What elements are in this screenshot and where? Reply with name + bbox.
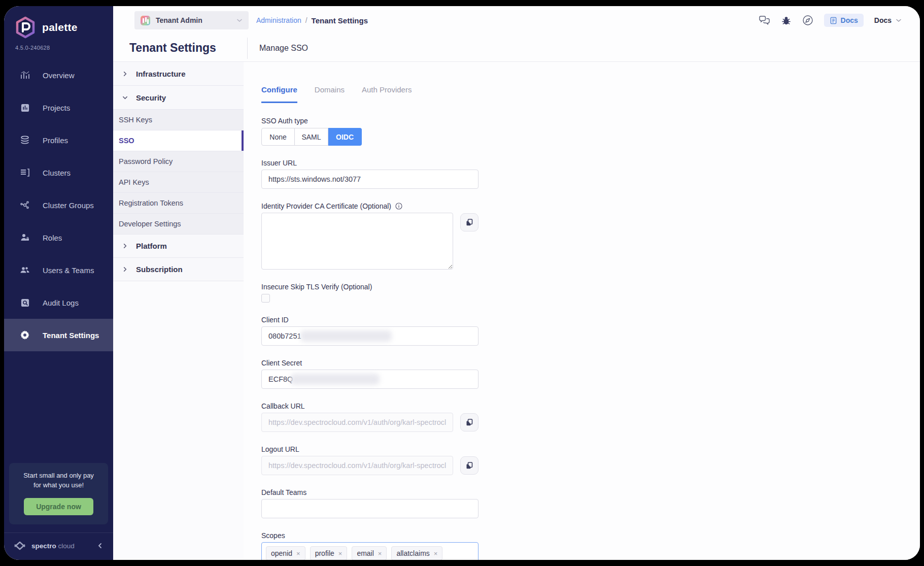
tenant-scope-selector[interactable]: Tenant Admin [134,11,249,29]
main-column: Tenant Admin Administration / Tenant Set… [113,6,920,560]
sidebar-item-label: Overview [43,71,75,80]
client-secret-label: Client Secret [261,359,478,367]
auth-type-oidc-button[interactable]: OIDC [328,128,362,146]
scopes-label: Scopes [261,531,478,540]
chat-feedback-icon[interactable] [759,15,770,26]
redacted-overlay [300,330,392,342]
auth-type-none-button[interactable]: None [261,128,295,146]
spectro-cloud-logo-icon [13,540,26,552]
page-subtitle: Manage SSO [259,44,308,53]
skip-tls-checkbox[interactable] [261,294,270,303]
upsell-card: Start small and only pay for what you us… [9,463,108,524]
page-title: Tenant Settings [129,41,247,55]
callback-url-group: Callback URL [261,402,478,432]
sso-form-area: Configure Domains Auth Providers SSO Aut… [244,62,920,560]
docs-dropdown-label: Docs [874,16,892,24]
subnav-section-platform[interactable]: Platform [113,235,244,258]
sso-auth-type-segmented-control: None SAML OIDC [261,128,362,146]
subnav-section-infrastructure[interactable]: Infrastructure [113,62,244,86]
subnav-item-label: SSH Keys [119,116,152,124]
sidebar-item-label: Profiles [43,136,68,145]
active-indicator-bar [242,130,244,151]
feedback-pen-icon[interactable] [802,15,813,26]
breadcrumb-administration-link[interactable]: Administration [256,16,301,24]
logout-url-label: Logout URL [261,445,478,453]
chevron-right-icon [122,267,128,272]
subnav-item-sso[interactable]: SSO [113,130,244,151]
sidebar-item-roles[interactable]: Roles [4,221,113,254]
subnav-item-ssh-keys[interactable]: SSH Keys [113,110,244,130]
default-teams-input[interactable] [261,499,478,518]
auth-type-saml-button[interactable]: SAML [295,128,328,146]
remove-tag-icon[interactable]: × [338,550,343,557]
sidebar-item-overview[interactable]: Overview [4,59,113,91]
header-divider [247,38,248,59]
subnav-section-security[interactable]: Security [113,86,244,110]
sidebar-item-label: Roles [43,234,62,242]
scopes-tag-input[interactable]: openid × profile × email × [261,542,478,560]
issuer-url-input[interactable] [261,170,478,189]
subnav-item-label: API Keys [119,178,149,186]
collapse-sidebar-button[interactable] [97,543,103,549]
audit-logs-icon [19,298,30,308]
copy-logout-url-button[interactable] [460,456,478,475]
subnav-item-password-policy[interactable]: Password Policy [113,151,244,172]
scope-tag-profile: profile × [310,546,348,560]
subnav-item-label: Password Policy [119,157,173,165]
subnav-item-label: Developer Settings [119,220,181,228]
upsell-text-line1: Start small and only pay [13,471,104,481]
remove-tag-icon[interactable]: × [378,550,382,557]
topbar: Tenant Admin Administration / Tenant Set… [113,6,920,35]
cluster-groups-icon [19,200,30,210]
copy-ca-certificate-button[interactable] [460,213,478,231]
upsell-text-line2: for what you use! [13,481,104,490]
sidebar-item-clusters[interactable]: Clusters [4,156,113,189]
chevron-right-icon [122,71,128,77]
default-teams-label: Default Teams [261,488,478,496]
docs-button[interactable]: Docs [824,14,864,27]
subnav-item-developer-settings[interactable]: Developer Settings [113,214,244,235]
sidebar-item-cluster-groups[interactable]: Cluster Groups [4,189,113,221]
sidebar-item-profiles[interactable]: Profiles [4,124,113,156]
issuer-url-group: Issuer URL [261,159,478,189]
breadcrumb-separator: / [305,16,307,24]
sidebar-item-label: Audit Logs [43,298,79,307]
logout-url-group: Logout URL [261,445,478,475]
tab-configure[interactable]: Configure [261,85,297,103]
subnav-section-label: Security [136,93,166,102]
sidebar-item-label: Tenant Settings [43,331,99,340]
scopes-group: Scopes openid × profile × email [261,531,478,560]
tab-domains[interactable]: Domains [315,85,345,103]
scope-tag-openid: openid × [266,546,305,560]
remove-tag-icon[interactable]: × [434,550,438,557]
brand-name: palette [42,21,78,34]
ca-certificate-textarea[interactable] [261,213,453,270]
breadcrumb: Administration / Tenant Settings [256,16,368,25]
sidebar-item-label: Cluster Groups [43,201,94,210]
issuer-url-label: Issuer URL [261,159,478,167]
subnav-item-api-keys[interactable]: API Keys [113,172,244,193]
bug-report-icon[interactable] [781,15,792,26]
remove-tag-icon[interactable]: × [296,550,300,557]
info-icon[interactable] [395,203,402,210]
subnav-section-label: Platform [136,242,167,250]
chevron-down-icon [896,17,902,23]
sidebar-spacer [4,351,113,463]
sidebar-item-users-teams[interactable]: Users & Teams [4,254,113,286]
subnav-item-registration-tokens[interactable]: Registration Tokens [113,193,244,214]
clusters-list-icon [19,168,30,178]
skip-tls-label: Insecure Skip TLS Verify (Optional) [261,283,478,291]
client-id-group: Client ID [261,316,478,346]
subnav-section-subscription[interactable]: Subscription [113,258,244,281]
docs-dropdown[interactable]: Docs [874,16,902,24]
upgrade-now-button[interactable]: Upgrade now [24,498,93,515]
tenant-admin-icon [141,16,150,25]
sidebar-item-label: Users & Teams [43,266,94,275]
copy-callback-url-button[interactable] [460,413,478,431]
sidebar-item-projects[interactable]: Projects [4,91,113,124]
app-window: palette 4.5.0-240628 Overview Projects [4,6,920,560]
sidebar-item-audit-logs[interactable]: Audit Logs [4,286,113,319]
client-secret-group: Client Secret [261,359,478,389]
sidebar-item-tenant-settings[interactable]: Tenant Settings [4,319,113,351]
tab-auth-providers[interactable]: Auth Providers [362,85,412,103]
